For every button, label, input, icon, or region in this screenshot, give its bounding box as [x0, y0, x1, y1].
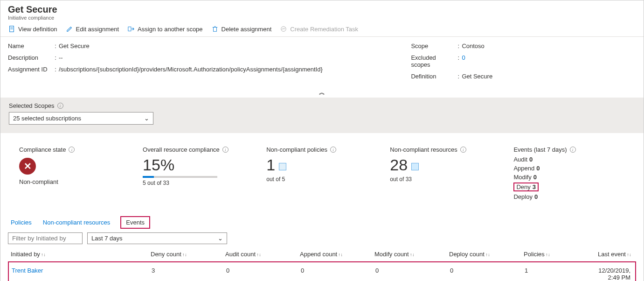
timerange-dropdown[interactable]: Last 7 days ⌄ — [87, 232, 227, 244]
page-title: Get Secure — [8, 4, 636, 15]
assign-scope-button[interactable]: Assign to another scope — [127, 25, 202, 33]
overall-compliance-block: Overall resource compliance 15% 5 out of… — [143, 146, 266, 202]
events-deploy-value: 0 — [534, 193, 538, 200]
events-deny-row[interactable]: Deny3 — [513, 183, 539, 191]
tab-events[interactable]: Events — [120, 216, 150, 229]
prop-name-label: Name — [8, 42, 52, 49]
info-icon[interactable] — [222, 147, 229, 153]
info-icon[interactable] — [57, 103, 63, 109]
cell-audit-count: 0 — [223, 267, 298, 281]
view-definition-label: View definition — [18, 26, 57, 33]
events-append-value: 0 — [536, 165, 540, 172]
compliance-state-block: Compliance state Non-compliant — [19, 146, 143, 202]
stats-row: Compliance state Non-compliant Overall r… — [0, 133, 644, 207]
tab-nc-resources[interactable]: Non-compliant resources — [42, 216, 111, 229]
th-deploy-count[interactable]: Deploy count↑↓ — [446, 251, 521, 258]
properties-section: Name : Get Secure Description : -- Assig… — [0, 37, 644, 87]
nc-resources-sub: out of 33 — [390, 176, 513, 183]
pencil-icon — [66, 25, 73, 33]
prop-assignid-label: Assignment ID — [8, 66, 52, 73]
info-icon[interactable] — [330, 147, 336, 153]
cell-initiated-by[interactable]: Trent Baker — [9, 267, 149, 281]
toolbar: View definition Edit assignment Assign t… — [0, 21, 644, 37]
overall-compliance-sub: 5 out of 33 — [143, 180, 266, 186]
events-title: Events (last 7 days) — [513, 146, 567, 153]
cell-deny-count: 3 — [149, 267, 223, 281]
nc-policies-sub: out of 5 — [266, 176, 390, 183]
cell-last-event: 12/20/2019, 2:49 PM — [587, 267, 635, 281]
scopes-dropdown[interactable]: 25 selected subscriptions ⌄ — [9, 112, 153, 125]
selected-scopes-label: Selected Scopes — [9, 102, 55, 109]
collapse-toggle[interactable]: ︽ — [0, 87, 644, 98]
prop-definition-value: Get Secure — [462, 73, 636, 80]
resource-icon — [411, 163, 419, 170]
events-deny-value: 3 — [533, 183, 536, 190]
chevron-down-icon: ⌄ — [218, 235, 223, 242]
assign-scope-label: Assign to another scope — [138, 26, 202, 33]
th-initiated-by[interactable]: Initiated by↑↓ — [8, 251, 148, 258]
events-deny-label: Deny — [516, 183, 530, 190]
cell-deploy-count: 0 — [447, 267, 522, 281]
overall-compliance-title: Overall resource compliance — [143, 146, 220, 153]
events-deploy-label: Deploy — [513, 193, 532, 200]
events-block: Events (last 7 days) Audit0 Append0 Modi… — [513, 146, 625, 202]
prop-desc-value: -- — [59, 54, 383, 61]
compliance-state-title: Compliance state — [19, 146, 66, 153]
non-compliant-icon — [19, 158, 36, 175]
info-icon[interactable] — [460, 147, 466, 153]
filter-initiated-by-input[interactable] — [8, 232, 83, 244]
progress-bar — [143, 176, 217, 178]
prop-definition-label: Definition — [411, 73, 455, 80]
prop-scope-value: Contoso — [462, 42, 636, 49]
trash-icon — [211, 25, 219, 33]
prop-excluded-value[interactable]: 0 — [462, 54, 636, 68]
selected-scopes-section: Selected Scopes 25 selected subscription… — [0, 98, 644, 133]
view-definition-button[interactable]: View definition — [8, 25, 57, 33]
th-last-event[interactable]: Last event↑↓ — [586, 251, 636, 258]
th-policies[interactable]: Policies↑↓ — [521, 251, 586, 258]
th-audit-count[interactable]: Audit count↑↓ — [222, 251, 297, 258]
events-audit-value: 0 — [529, 156, 533, 163]
th-append-count[interactable]: Append count↑↓ — [297, 251, 372, 258]
progress-fill — [143, 176, 154, 178]
th-deny-count[interactable]: Deny count↑↓ — [148, 251, 222, 258]
cell-policies: 1 — [522, 267, 587, 281]
events-append-label: Append — [513, 165, 534, 172]
edit-assignment-label: Edit assignment — [76, 26, 119, 33]
delete-assignment-label: Delete assignment — [222, 26, 272, 33]
filters-row: Last 7 days ⌄ — [0, 229, 644, 248]
svg-rect-3 — [128, 27, 131, 31]
cell-modify-count: 0 — [373, 267, 447, 281]
timerange-value: Last 7 days — [91, 235, 123, 242]
tab-policies[interactable]: Policies — [10, 216, 33, 229]
delete-assignment-button[interactable]: Delete assignment — [211, 25, 272, 33]
create-remediation-button: Create Remediation Task — [280, 25, 358, 33]
cell-append-count: 0 — [298, 267, 373, 281]
info-icon[interactable] — [570, 147, 576, 153]
prop-name-value: Get Secure — [59, 42, 383, 49]
prop-desc-label: Description — [8, 54, 52, 61]
compliance-state-text: Non-compliant — [19, 178, 143, 185]
document-icon — [8, 25, 15, 33]
remediation-icon — [280, 25, 287, 33]
svg-rect-4 — [213, 28, 216, 32]
prop-assignid-value: /subscriptions/{subscriptionId}/provider… — [59, 66, 383, 73]
prop-excluded-label: Excluded scopes — [411, 54, 455, 68]
events-modify-label: Modify — [513, 174, 531, 181]
chevron-down-icon: ⌄ — [144, 115, 149, 122]
th-modify-count[interactable]: Modify count↑↓ — [372, 251, 446, 258]
tabs-row: Policies Non-compliant resources Events — [0, 216, 644, 229]
policy-icon — [279, 163, 286, 170]
page-subtitle: Initiative compliance — [8, 15, 636, 21]
nc-policies-title: Non-compliant policies — [266, 146, 327, 153]
assign-icon — [127, 25, 135, 33]
prop-scope-label: Scope — [411, 42, 455, 49]
info-icon[interactable] — [69, 147, 75, 153]
table-row[interactable]: Trent Baker 3 0 0 0 0 1 12/20/2019, 2:49… — [8, 261, 636, 281]
events-table: Initiated by↑↓ Deny count↑↓ Audit count↑… — [0, 248, 644, 281]
create-remediation-label: Create Remediation Task — [290, 26, 358, 33]
nc-policies-value: 1 — [266, 156, 275, 174]
overall-compliance-percent: 15% — [143, 156, 174, 174]
edit-assignment-button[interactable]: Edit assignment — [66, 25, 119, 33]
chevron-up-icon: ︽ — [319, 89, 325, 96]
